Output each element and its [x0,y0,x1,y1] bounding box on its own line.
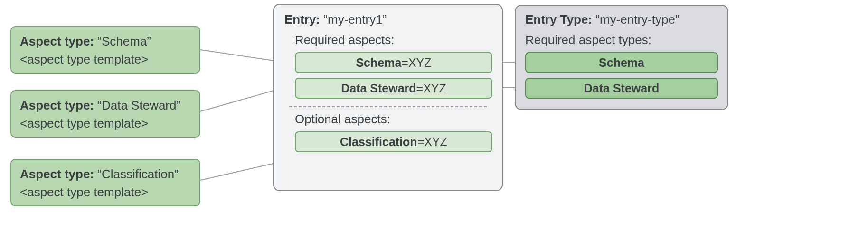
entry-panel: Entry: “my-entry1” Required aspects: Sch… [273,4,503,191]
svg-line-1 [200,88,283,111]
aspect-value: XYZ [408,56,432,70]
section-divider [289,106,487,107]
equals-sign: = [401,56,408,70]
entry-type-header-value: “my-entry-type” [595,12,679,27]
aspect-name: Data Steward [341,82,416,95]
entry-aspect-data-steward: Data Steward = XYZ [295,78,492,99]
aspect-type-title: Aspect type: “Classification” [20,165,191,184]
entry-header: Entry: “my-entry1” [284,12,491,27]
aspect-type-name: “Schema” [97,34,151,48]
svg-line-0 [200,50,283,62]
entry-aspect-classification: Classification = XYZ [295,131,492,152]
aspect-value: XYZ [424,135,447,149]
aspect-type-label: Aspect type: [20,167,94,181]
aspect-name: Classification [340,135,417,149]
aspect-type-title: Aspect type: “Data Steward” [20,97,191,115]
aspect-value: XYZ [423,82,446,95]
entry-type-schema: Schema [525,52,718,73]
diagram-canvas: Aspect type: “Schema” <aspect type templ… [0,0,868,239]
entry-aspect-schema: Schema = XYZ [295,52,492,73]
required-aspects-label: Required aspects: [295,33,491,47]
aspect-type-name: “Data Steward” [97,98,180,112]
aspect-type-template: <aspect type template> [20,115,191,133]
equals-sign: = [416,82,424,95]
aspect-type-label: Aspect type: [20,34,94,48]
entry-type-data-steward: Data Steward [525,78,718,99]
aspect-type-name: “Classification” [97,167,179,181]
entry-type-header: Entry Type: “my-entry-type” [525,12,718,27]
svg-line-2 [200,161,283,180]
aspect-type-label: Aspect type: [20,98,94,112]
aspect-type-title: Aspect type: “Schema” [20,33,191,51]
entry-type-header-label: Entry Type: [525,12,592,27]
aspect-type-data-steward: Aspect type: “Data Steward” <aspect type… [10,90,200,138]
type-name: Schema [599,56,644,70]
type-name: Data Steward [584,82,659,95]
aspect-type-template: <aspect type template> [20,184,191,202]
entry-type-panel: Entry Type: “my-entry-type” Required asp… [515,5,728,110]
aspect-type-schema: Aspect type: “Schema” <aspect type templ… [10,26,200,74]
aspect-name: Schema [356,56,401,70]
entry-header-value: “my-entry1” [323,12,387,27]
required-aspect-types-label: Required aspect types: [525,33,718,47]
aspect-type-classification: Aspect type: “Classification” <aspect ty… [10,159,200,206]
entry-header-label: Entry: [284,12,320,27]
optional-aspects-label: Optional aspects: [295,112,491,127]
aspect-type-template: <aspect type template> [20,51,191,69]
equals-sign: = [417,135,425,149]
